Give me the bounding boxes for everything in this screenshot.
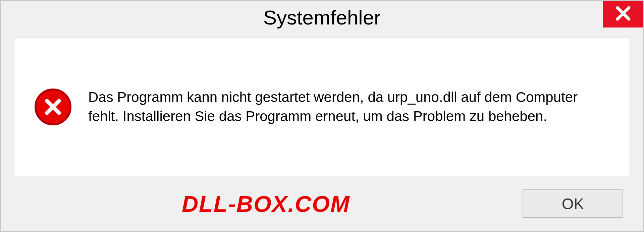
- content-area: Das Programm kann nicht gestartet werden…: [14, 38, 630, 176]
- close-icon: [615, 5, 632, 23]
- footer: DLL-BOX.COM OK: [1, 183, 643, 231]
- close-button[interactable]: [603, 1, 643, 27]
- ok-button-label: OK: [562, 195, 584, 213]
- titlebar: Systemfehler: [1, 1, 643, 34]
- dialog-title: Systemfehler: [263, 6, 381, 29]
- error-message: Das Programm kann nicht gestartet werden…: [88, 88, 609, 126]
- watermark-text: DLL-BOX.COM: [182, 191, 350, 217]
- error-icon: [35, 89, 71, 125]
- ok-button[interactable]: OK: [523, 189, 623, 218]
- error-dialog: Systemfehler Das Programm kann nicht ges…: [0, 0, 644, 232]
